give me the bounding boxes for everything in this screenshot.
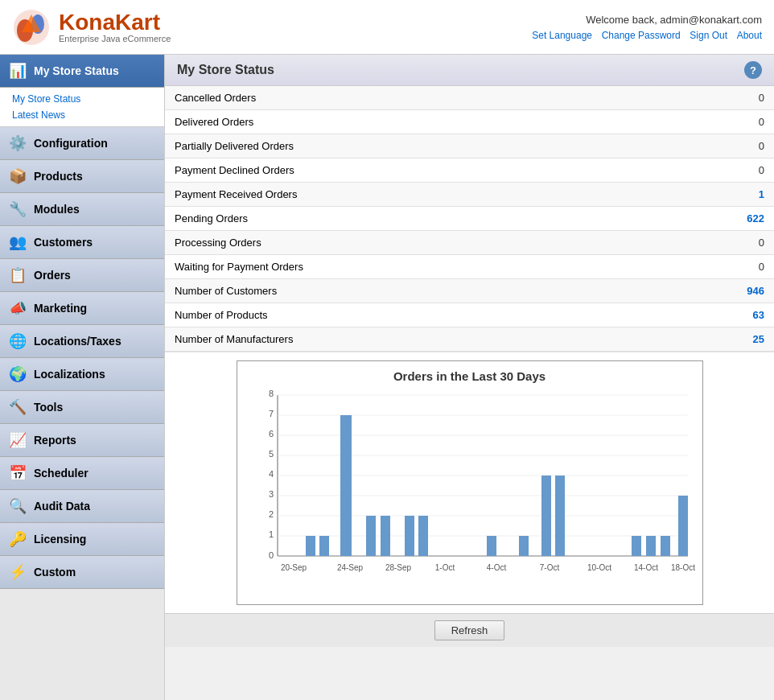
stats-tbody: Cancelled Orders0Delivered Orders0Partia… [165, 86, 774, 352]
stat-label: Payment Received Orders [165, 183, 726, 207]
svg-text:4: 4 [268, 469, 273, 479]
svg-text:1: 1 [268, 529, 273, 539]
bar [519, 536, 529, 556]
table-row: Number of Customers946 [165, 279, 774, 303]
configuration-icon: ⚙️ [8, 134, 27, 153]
bar [366, 516, 376, 556]
sidebar-item-audit-data[interactable]: 🔍 Audit Data [0, 490, 164, 523]
table-row: Waiting for Payment Orders0 [165, 255, 774, 279]
sidebar-item-localizations[interactable]: 🌍 Localizations [0, 358, 164, 391]
svg-text:24-Sep: 24-Sep [336, 563, 363, 572]
sidebar-item-label: Modules [34, 203, 80, 216]
stat-value[interactable]: 25 [726, 327, 774, 352]
licensing-icon: 🔑 [8, 529, 27, 549]
stat-value[interactable]: 63 [726, 303, 774, 327]
sidebar-item-marketing[interactable]: 📣 Marketing [0, 292, 164, 325]
sidebar-item-custom[interactable]: ⚡ Custom [0, 556, 164, 589]
chart-container: Orders in the Last 30 Days 0 1 2 3 [165, 352, 774, 613]
table-row: Number of Products63 [165, 303, 774, 327]
sidebar-item-products[interactable]: 📦 Products [0, 160, 164, 193]
sidebar-item-configuration[interactable]: ⚙️ Configuration [0, 127, 164, 160]
stat-value[interactable]: 946 [726, 279, 774, 303]
sidebar-item-label: My Store Status [34, 64, 119, 77]
app-name: KonaKart [59, 11, 171, 34]
sidebar-item-scheduler[interactable]: 📅 Scheduler [0, 457, 164, 490]
products-icon: 📦 [8, 167, 27, 186]
welcome-text: Welcome back, admin@konakart.com [525, 14, 762, 26]
svg-text:20-Sep: 20-Sep [280, 563, 307, 572]
sidebar-item-licensing[interactable]: 🔑 Licensing [0, 523, 164, 556]
bar [319, 536, 329, 556]
stat-label: Number of Customers [165, 279, 726, 303]
sidebar-item-my-store-status[interactable]: 📊 My Store Status [0, 55, 164, 88]
scroll-content: Cancelled Orders0Delivered Orders0Partia… [165, 86, 774, 700]
chart-title: Orders in the Last 30 Days [245, 369, 694, 383]
sidebar-item-label: Scheduler [34, 467, 89, 480]
svg-text:2: 2 [268, 509, 273, 519]
table-row: Pending Orders622 [165, 207, 774, 231]
sidebar-item-label: Tools [34, 401, 63, 414]
stat-value: 0 [726, 86, 774, 110]
sidebar-item-label: Products [34, 170, 83, 183]
custom-icon: ⚡ [8, 562, 27, 582]
bar [405, 516, 414, 556]
sidebar: 📊 My Store Status My Store Status Latest… [0, 55, 165, 700]
logo-text: KonaKart Enterprise Java eCommerce [59, 11, 171, 43]
bar [555, 476, 565, 556]
sidebar-item-label: Marketing [34, 302, 87, 315]
localizations-icon: 🌍 [8, 364, 27, 384]
logo-area: KonaKart Enterprise Java eCommerce [12, 8, 171, 47]
stat-label: Partially Delivered Orders [165, 134, 726, 159]
table-row: Number of Manufacturers25 [165, 327, 774, 352]
tools-icon: 🔨 [8, 397, 27, 417]
sidebar-item-customers[interactable]: 👥 Customers [0, 226, 164, 259]
sidebar-item-orders[interactable]: 📋 Orders [0, 259, 164, 292]
help-icon[interactable]: ? [744, 61, 762, 79]
sidebar-item-label: Licensing [34, 533, 86, 546]
svg-text:5: 5 [268, 449, 273, 459]
table-row: Payment Declined Orders0 [165, 159, 774, 183]
chart-svg: 0 1 2 3 4 5 6 7 [245, 387, 696, 596]
sign-out-link[interactable]: Sign Out [690, 30, 727, 41]
sidebar-item-label: Orders [34, 269, 71, 282]
stat-value: 0 [726, 231, 774, 255]
latest-news-link[interactable]: Latest News [0, 107, 164, 123]
stat-label: Waiting for Payment Orders [165, 255, 726, 279]
refresh-button[interactable]: Refresh [434, 620, 505, 640]
sidebar-item-reports[interactable]: 📈 Reports [0, 424, 164, 457]
sidebar-item-modules[interactable]: 🔧 Modules [0, 193, 164, 226]
my-store-status-link[interactable]: My Store Status [0, 91, 164, 107]
modules-icon: 🔧 [8, 200, 27, 219]
about-link[interactable]: About [737, 30, 762, 41]
bar [541, 476, 551, 556]
set-language-link[interactable]: Set Language [532, 30, 592, 41]
table-row: Cancelled Orders0 [165, 86, 774, 110]
change-password-link[interactable]: Change Password [602, 30, 681, 41]
customers-icon: 👥 [8, 233, 27, 252]
marketing-icon: 📣 [8, 299, 27, 318]
stat-value: 0 [726, 110, 774, 134]
sidebar-item-tools[interactable]: 🔨 Tools [0, 391, 164, 424]
svg-text:7-Oct: 7-Oct [539, 563, 559, 572]
bar [661, 536, 670, 556]
bar [646, 536, 656, 556]
bar [340, 415, 352, 556]
stat-value: 0 [726, 159, 774, 183]
table-row: Processing Orders0 [165, 231, 774, 255]
app-subtitle: Enterprise Java eCommerce [59, 34, 171, 43]
svg-text:4-Oct: 4-Oct [486, 563, 506, 572]
svg-text:14-Oct: 14-Oct [633, 563, 657, 572]
sidebar-item-locations-taxes[interactable]: 🌐 Locations/Taxes [0, 325, 164, 358]
sidebar-item-label: Localizations [34, 368, 105, 381]
locations-taxes-icon: 🌐 [8, 331, 27, 351]
svg-text:10-Oct: 10-Oct [587, 563, 611, 572]
svg-text:28-Sep: 28-Sep [385, 563, 411, 572]
svg-text:0: 0 [268, 550, 273, 560]
my-store-status-icon: 📊 [8, 61, 27, 80]
stat-label: Pending Orders [165, 207, 726, 231]
stat-label: Cancelled Orders [165, 86, 726, 110]
stat-value: 0 [726, 134, 774, 159]
my-store-status-subnav: My Store Status Latest News [0, 88, 164, 127]
stat-value[interactable]: 1 [726, 183, 774, 207]
stat-value[interactable]: 622 [726, 207, 774, 231]
